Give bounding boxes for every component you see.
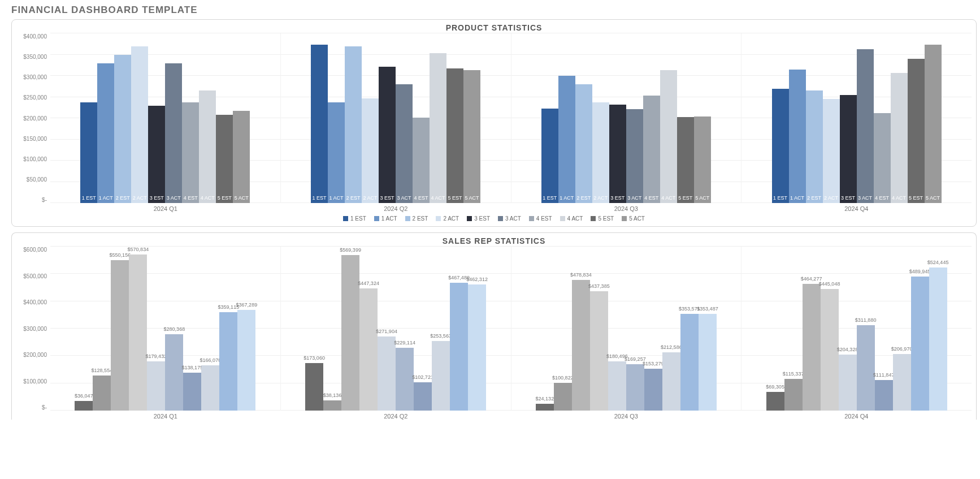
legend-swatch [343, 216, 348, 221]
x-tick: 2024 Q1 [50, 411, 281, 420]
bar-label: 5 EST [216, 195, 233, 201]
y-tick: $200,000 [23, 115, 47, 122]
legend-item: 1 EST [343, 215, 366, 222]
bar-value-label: $24,132 [536, 396, 554, 402]
bar-value-label: $447,324 [358, 281, 379, 286]
y-tick: $400,000 [23, 33, 47, 40]
bar-group: $69,305$115,337$464,277$445,048$204,328$… [741, 247, 972, 411]
bar: 3 ACT [165, 63, 182, 204]
legend-swatch [622, 216, 627, 221]
legend-item: 1 ACT [374, 215, 397, 222]
bar-label: 5 EST [677, 195, 694, 201]
bar: 3 EST [840, 95, 857, 203]
bar: $467,489 [450, 283, 468, 411]
bar-value-label: $102,721 [412, 374, 433, 380]
bar-value-label: $36,047 [75, 393, 93, 399]
bar-value-label: $111,847 [873, 372, 895, 378]
bar: 1 EST [80, 102, 97, 203]
bar: $253,563 [432, 341, 450, 411]
bar-value-label: $204,328 [837, 347, 858, 352]
legend-item: 5 ACT [622, 215, 645, 222]
y-tick: $300,000 [23, 326, 47, 332]
bar: $169,257 [626, 364, 644, 411]
bar: $173,060 [305, 363, 323, 411]
bar: 1 ACT [789, 70, 806, 203]
bar-value-label: $570,834 [128, 247, 149, 252]
bar: 5 ACT [925, 45, 942, 203]
bar: $464,277 [803, 284, 821, 411]
bar-value-label: $69,305 [766, 384, 784, 390]
bar: 5 EST [677, 117, 694, 203]
bar: $153,279 [644, 369, 662, 411]
bar-value-label: $353,487 [697, 306, 718, 312]
bar-label: 2 ACT [131, 195, 148, 201]
product-plot-area: 1 EST1 ACT2 EST2 ACT3 EST3 ACT4 EST4 ACT… [50, 33, 972, 203]
y-tick: $250,000 [23, 94, 47, 101]
bar-label: 2 ACT [823, 195, 840, 201]
bar-label: 4 ACT [430, 195, 446, 201]
bar-value-label: $138,175 [182, 365, 203, 370]
bar-value-label: $38,136 [323, 392, 342, 398]
bar: 2 ACT [362, 98, 379, 203]
legend-swatch [498, 216, 503, 221]
bar: $166,070 [201, 365, 219, 411]
bar: $69,305 [766, 392, 784, 411]
bar: 3 EST [379, 67, 396, 204]
bar-label: 1 EST [772, 195, 789, 201]
legend-label: 2 ACT [443, 215, 459, 222]
bar: 3 EST [609, 105, 626, 203]
bar: $570,834 [129, 254, 147, 411]
bar-label: 2 ACT [362, 195, 379, 201]
bar: $569,399 [341, 255, 359, 411]
bar-label: 5 EST [908, 195, 925, 201]
bar-value-label: $271,904 [376, 329, 397, 334]
y-tick: $100,000 [23, 378, 47, 385]
bar-label: 5 ACT [463, 195, 480, 201]
bar-value-label: $445,048 [819, 281, 840, 287]
bar-value-label: $280,368 [164, 326, 185, 332]
sales-yaxis: $600,000$500,000$400,000$300,000$200,000… [16, 247, 50, 411]
legend-swatch [436, 216, 441, 221]
bar: $38,136 [323, 400, 341, 411]
bar: $100,822 [554, 383, 572, 411]
bar: $359,115 [219, 312, 237, 411]
bar: $204,328 [839, 355, 857, 411]
sales-plot-area: $36,047$128,554$550,156$570,834$179,432$… [50, 247, 972, 411]
product-legend: 1 EST1 ACT2 EST2 ACT3 EST3 ACT4 EST4 ACT… [16, 212, 972, 222]
legend-swatch [405, 216, 410, 221]
bar: 4 EST [874, 113, 891, 203]
legend-label: 3 ACT [505, 215, 521, 222]
legend-label: 4 EST [536, 215, 552, 222]
bar: 1 ACT [97, 63, 114, 204]
bar-label: 2 ACT [592, 195, 609, 201]
bar: 3 ACT [626, 109, 643, 203]
bar: 5 EST [446, 68, 463, 204]
bar: $489,945 [911, 277, 929, 411]
bar: 4 EST [182, 102, 199, 204]
bar-label: 1 EST [541, 195, 558, 201]
bar-value-label: $437,385 [588, 283, 610, 289]
bar: $437,385 [590, 291, 608, 411]
bar: 4 ACT [891, 73, 908, 203]
y-tick: $350,000 [23, 54, 47, 60]
bar: $524,445 [929, 267, 947, 411]
bar-label: 5 ACT [925, 195, 942, 201]
bar-group: $24,132$100,822$478,834$437,385$180,496$… [511, 247, 741, 411]
legend-label: 4 ACT [567, 215, 583, 222]
bar: $353,571 [680, 314, 699, 411]
bar: 2 EST [114, 55, 131, 204]
legend-swatch [467, 216, 472, 221]
bar: $206,970 [893, 354, 911, 411]
bar-value-label: $153,279 [643, 361, 664, 366]
bar-label: 4 EST [643, 195, 660, 201]
x-tick: 2024 Q4 [741, 411, 972, 420]
bar-value-label: $253,563 [430, 333, 452, 339]
bar-label: 3 EST [609, 195, 626, 201]
bar-label: 2 EST [806, 195, 823, 201]
bar: $180,496 [608, 361, 626, 411]
bar-value-label: $489,945 [909, 269, 931, 274]
bar-value-label: $128,554 [92, 368, 113, 373]
x-tick: 2024 Q4 [741, 203, 972, 212]
legend-label: 1 ACT [381, 215, 397, 222]
y-tick: $300,000 [23, 74, 47, 80]
